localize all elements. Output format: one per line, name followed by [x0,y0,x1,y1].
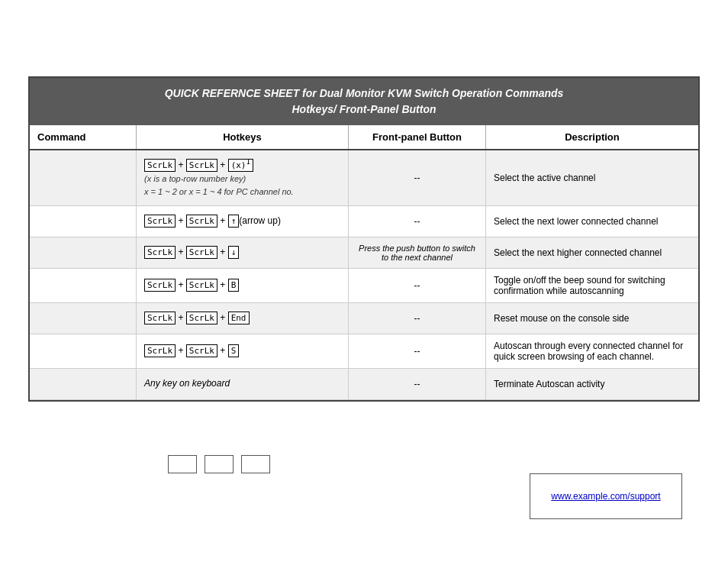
cell-description-5: Reset mouse on the console side [486,303,698,334]
cell-frontpanel-6: -- [349,334,486,368]
column-headers: Command Hotkeys Front-panel Button Descr… [30,125,698,150]
info-link[interactable]: www.example.com/support [551,491,660,502]
bottom-boxes [168,455,270,473]
cell-hotkeys-5: ScrLk + ScrLk + End [137,303,349,334]
table-row: ScrLk + ScrLk + B -- Toggle on/off the b… [30,269,698,303]
table-row: ScrLk + ScrLk + End -- Reset mouse on th… [30,303,698,334]
cell-command-1 [30,150,137,205]
cell-description-2: Select the next lower connected channel [486,206,698,237]
main-table: QUICK REFERNCE SHEET for Dual Monitor KV… [28,76,700,402]
cell-command-2 [30,206,137,237]
table-row: ScrLk + ScrLk + S -- Autoscan through ev… [30,334,698,369]
cell-frontpanel-5: -- [349,303,486,334]
col-frontpanel: Front-panel Button [349,125,486,149]
cell-description-6: Autoscan through every connected channel… [486,334,698,368]
cell-description-4: Toggle on/off the beep sound for switchi… [486,269,698,302]
cell-frontpanel-4: -- [349,269,486,302]
cell-description-7: Terminate Autoscan activity [486,369,698,399]
cell-hotkeys-2: ScrLk + ScrLk + ↑(arrow up) [137,206,349,237]
title-line1: QUICK REFERNCE SHEET for Dual Monitor KV… [165,87,564,99]
cell-frontpanel-1: -- [349,150,486,205]
title-line2: Hotkeys/ Front-Panel Button [292,103,436,115]
cell-description-1: Select the active channel [486,150,698,205]
small-box-3 [241,455,270,473]
table-row: ScrLk + ScrLk + ↑(arrow up) -- Select th… [30,206,698,237]
table-row: ScrLk + ScrLk + (x)1 (x is a top-row num… [30,150,698,206]
table-row: ScrLk + ScrLk + ↓ Press the push button … [30,237,698,269]
cell-hotkeys-3: ScrLk + ScrLk + ↓ [137,237,349,268]
cell-frontpanel-2: -- [349,206,486,237]
cell-command-4 [30,269,137,302]
cell-description-3: Select the next higher connected channel [486,237,698,268]
small-box-2 [205,455,234,473]
table-body: ScrLk + ScrLk + (x)1 (x is a top-row num… [30,150,698,400]
col-hotkeys: Hotkeys [137,125,349,149]
cell-command-5 [30,303,137,334]
cell-frontpanel-3: Press the push button to switch to the n… [349,237,486,268]
table-title: QUICK REFERNCE SHEET for Dual Monitor KV… [30,78,698,125]
cell-command-7 [30,369,137,399]
bottom-right-info-box: www.example.com/support [530,473,682,519]
col-description: Description [486,125,698,149]
cell-hotkeys-7: Any key on keyboard [137,369,349,399]
small-box-1 [168,455,197,473]
cell-frontpanel-7: -- [349,369,486,399]
cell-hotkeys-4: ScrLk + ScrLk + B [137,269,349,302]
cell-hotkeys-6: ScrLk + ScrLk + S [137,334,349,368]
cell-command-6 [30,334,137,368]
cell-command-3 [30,237,137,268]
col-command: Command [30,125,137,149]
table-row: Any key on keyboard -- Terminate Autosca… [30,369,698,400]
cell-hotkeys-1: ScrLk + ScrLk + (x)1 (x is a top-row num… [137,150,349,205]
